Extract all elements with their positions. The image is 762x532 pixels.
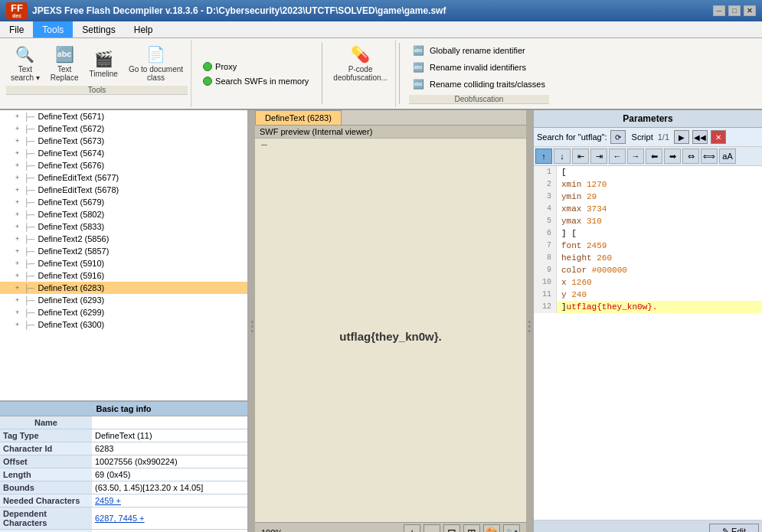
tree-item[interactable]: +├─DefineText2 (5857): [0, 245, 247, 257]
tree-item-label: DefineText (6283): [38, 283, 104, 292]
menu-file[interactable]: File: [0, 21, 33, 38]
tree-item-label: DefineEditText (5677): [38, 173, 119, 182]
code-line: 8height 260: [534, 252, 762, 264]
search-prev-button[interactable]: ⟳: [610, 130, 626, 144]
pcode-button[interactable]: 💊 P-codedeobfuscation...: [329, 41, 392, 84]
goto-class-button[interactable]: 📄 Go to documentclass: [124, 41, 188, 84]
tree-item[interactable]: +├─DefineText (5676): [0, 159, 247, 171]
line-number: 2: [534, 178, 557, 191]
tree-item[interactable]: +├─DefineText (5673): [0, 135, 247, 147]
expand-icon: +: [15, 137, 19, 145]
resize-handle-left[interactable]: [249, 110, 255, 532]
ed-btn-align-left[interactable]: ⬅: [646, 149, 662, 164]
globally-rename-button[interactable]: 🔤 Globally rename identifier: [409, 43, 549, 58]
info-cell-value[interactable]: 2: [92, 530, 247, 533]
info-header-name: Name: [0, 416, 92, 429]
ed-btn-down[interactable]: ↓: [554, 149, 571, 164]
proxy-button[interactable]: Proxy: [199, 60, 312, 73]
info-row: Offset10027556 (0x990224): [0, 455, 247, 468]
tree-area[interactable]: +├─DefineText (5671)+├─DefineText (5672)…: [0, 110, 247, 401]
line-content: ymin 29: [557, 191, 597, 203]
tree-item[interactable]: +├─DefineText (6293): [0, 294, 247, 306]
rename-invalid-button[interactable]: 🔤 Rename invalid identifiers: [409, 60, 549, 75]
timeline-button[interactable]: 🎬 Timeline: [85, 46, 123, 80]
rename-colliding-icon: 🔤: [413, 78, 425, 90]
expand-icon: +: [15, 125, 19, 132]
search-next-button[interactable]: ▶: [674, 130, 689, 144]
timeline-label: Timeline: [90, 70, 118, 78]
definetextTab[interactable]: DefineText (6283): [255, 110, 342, 125]
info-link[interactable]: 6287, 7445 +: [95, 514, 145, 523]
pcode-label: P-codedeobfuscation...: [333, 65, 388, 82]
zoom-controls: + − ⊡ ⊞ 🎨 📷: [404, 524, 520, 532]
title-bar-left: FF dec JPEXS Free Flash Decompiler v.18.…: [6, 2, 446, 19]
info-header-value: Value: [92, 416, 247, 429]
search-close-button[interactable]: ✕: [711, 130, 726, 144]
screenshot-button[interactable]: 📷: [503, 524, 520, 532]
text-replace-button[interactable]: 🔤 TextReplace: [46, 41, 83, 84]
tree-item[interactable]: +├─DefineText (5671): [0, 110, 247, 122]
text-replace-label: TextReplace: [51, 65, 79, 82]
edit-button[interactable]: ✎ Edit: [709, 524, 759, 532]
tree-item[interactable]: +├─DefineText (6283): [0, 282, 247, 294]
info-title: Basic tag info: [0, 402, 247, 416]
tree-item[interactable]: +├─DefineEditText (5678): [0, 184, 247, 196]
flash-content-text: utflag{they_kn0w}.: [339, 330, 441, 343]
tree-item[interactable]: +├─DefineText (5674): [0, 147, 247, 159]
menu-tools[interactable]: Tools: [33, 21, 73, 38]
tree-item[interactable]: +├─DefineText (5672): [0, 122, 247, 135]
menu-help[interactable]: Help: [125, 21, 162, 38]
zoom-out-button[interactable]: −: [424, 524, 440, 532]
rename-colliding-button[interactable]: 🔤 Rename colliding traits/classes: [409, 77, 549, 92]
menu-settings[interactable]: Settings: [73, 21, 124, 38]
ed-btn-align-both1[interactable]: ⇔: [682, 149, 699, 164]
info-cell-value[interactable]: 6287, 7445 +: [92, 508, 247, 530]
color-button[interactable]: 🎨: [483, 524, 500, 532]
line-content: color #000000: [557, 264, 627, 276]
search-prev-page-button[interactable]: ◀◀: [692, 130, 708, 144]
ed-btn-left1[interactable]: ⇤: [572, 149, 589, 164]
ed-btn-align-both2[interactable]: ⟺: [701, 149, 718, 164]
app-logo: FF dec: [6, 2, 28, 19]
ed-btn-case[interactable]: aA: [719, 149, 736, 164]
tree-item[interactable]: +├─DefineText (5679): [0, 196, 247, 208]
text-replace-icon: 🔤: [55, 44, 74, 65]
text-search-label: Textsearch ▾: [11, 65, 40, 82]
window-controls[interactable]: ─ □ ✕: [713, 5, 756, 16]
tree-item[interactable]: +├─DefineText (5910): [0, 257, 247, 269]
ed-btn-right2[interactable]: →: [627, 149, 644, 164]
maximize-button[interactable]: □: [728, 5, 741, 16]
center-content: utflag{they_kn0w}.: [255, 151, 526, 522]
tree-item[interactable]: +├─DefineText (5833): [0, 220, 247, 233]
zoom-fit-button[interactable]: ⊡: [443, 524, 460, 532]
line-content: y 240: [557, 289, 587, 301]
tree-item[interactable]: +├─DefineText (6299): [0, 306, 247, 318]
tree-item[interactable]: +├─DefineText2 (5856): [0, 233, 247, 245]
tree-item-label: DefineText (5910): [38, 259, 104, 268]
title-bar: FF dec JPEXS Free Flash Decompiler v.18.…: [0, 0, 762, 21]
tree-item[interactable]: +├─DefineText (5802): [0, 208, 247, 220]
divider-1: [322, 43, 322, 104]
ed-btn-left2[interactable]: ←: [609, 149, 626, 164]
node-lines: ├─: [24, 272, 34, 280]
info-link[interactable]: 2459 +: [95, 496, 121, 505]
script-label: Script: [632, 132, 653, 142]
line-content: xmin 1270: [557, 178, 607, 191]
tree-item[interactable]: +├─DefineText (6300): [0, 318, 247, 331]
ed-btn-right1[interactable]: ⇥: [590, 149, 607, 164]
ed-btn-align-right[interactable]: ➡: [664, 149, 681, 164]
line-number: 10: [534, 276, 557, 289]
minimize-button[interactable]: ─: [713, 5, 725, 16]
tree-item[interactable]: +├─DefineText (5916): [0, 269, 247, 282]
zoom-actual-button[interactable]: ⊞: [463, 524, 480, 532]
tree-item[interactable]: +├─DefineEditText (5677): [0, 171, 247, 184]
code-line: 6] [: [534, 227, 762, 240]
resize-handle-right[interactable]: [526, 110, 532, 532]
search-swfs-button[interactable]: Search SWFs in memory: [199, 75, 312, 87]
info-cell-value[interactable]: 2459 +: [92, 494, 247, 508]
close-button[interactable]: ✕: [744, 5, 756, 16]
zoom-in-button[interactable]: +: [404, 524, 420, 532]
info-cell-name: Length: [0, 468, 92, 481]
text-search-button[interactable]: 🔍 Textsearch ▾: [6, 41, 44, 84]
ed-btn-up[interactable]: ↑: [535, 149, 552, 164]
